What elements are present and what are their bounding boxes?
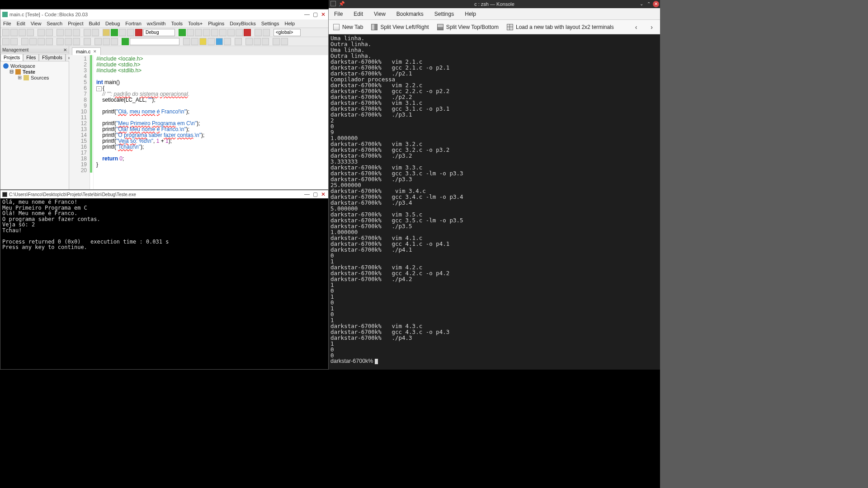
konsole-menu-bookmarks[interactable]: Bookmarks bbox=[396, 11, 424, 17]
save-button[interactable] bbox=[19, 29, 26, 36]
console-maximize-button[interactable]: ▢ bbox=[312, 191, 318, 197]
cut-button[interactable] bbox=[57, 29, 64, 36]
konsole-menu-help[interactable]: Help bbox=[465, 11, 476, 17]
step-instr-button[interactable] bbox=[227, 29, 235, 36]
replace-button[interactable] bbox=[92, 29, 99, 36]
debug-windows-button[interactable] bbox=[255, 29, 262, 36]
close-button[interactable]: ✕ bbox=[320, 11, 326, 18]
konsole-close-button[interactable]: ✕ bbox=[653, 1, 659, 7]
konsole-menu-settings[interactable]: Settings bbox=[434, 11, 454, 17]
search-input[interactable] bbox=[130, 38, 179, 45]
misc-button-1[interactable] bbox=[235, 38, 242, 45]
misc-button-6[interactable] bbox=[281, 38, 288, 45]
split-tb-button[interactable]: Split View Top/Bottom bbox=[437, 24, 499, 30]
run-button[interactable] bbox=[111, 29, 118, 36]
doxy-button-2[interactable] bbox=[65, 38, 72, 45]
menu-view[interactable]: View bbox=[31, 21, 42, 26]
code-content[interactable]: #include <locale.h>#include <stdio.h>#in… bbox=[94, 55, 328, 189]
hl-next-button[interactable] bbox=[191, 38, 198, 45]
panel-close-button[interactable]: ✕ bbox=[63, 47, 67, 52]
open-button[interactable] bbox=[10, 29, 18, 36]
rebuild-button[interactable] bbox=[127, 29, 134, 36]
next-line-button[interactable] bbox=[195, 29, 202, 36]
tree-folder-sources[interactable]: ⊞Sources bbox=[2, 75, 67, 80]
jump-fwd-button[interactable] bbox=[103, 38, 110, 45]
hl-prev-button[interactable] bbox=[183, 38, 190, 45]
console-titlebar[interactable]: C:\Users\Franco\Desktop\cb\Projeto\Teste… bbox=[0, 190, 328, 198]
minimize-button[interactable]: — bbox=[304, 11, 310, 18]
run-plugin-button[interactable] bbox=[122, 38, 129, 45]
misc-button-4[interactable] bbox=[262, 38, 269, 45]
hl-mark-button[interactable] bbox=[199, 38, 207, 45]
console-minimize-button[interactable]: — bbox=[304, 191, 310, 197]
menu-build[interactable]: Build bbox=[89, 21, 99, 26]
bookmark-clear-button[interactable] bbox=[46, 38, 53, 45]
jump-last-button[interactable] bbox=[111, 38, 118, 45]
misc-button-2[interactable] bbox=[245, 38, 253, 45]
bookmark-toggle-button[interactable] bbox=[21, 38, 28, 45]
maximize-button[interactable]: ▢ bbox=[312, 11, 318, 18]
menu-tools+[interactable]: Tools+ bbox=[188, 21, 203, 26]
menu-file[interactable]: File bbox=[3, 21, 11, 26]
tabbar-right-arrow[interactable]: › bbox=[648, 23, 656, 31]
console-output[interactable]: Olá, meu nome é Franco! Meu Primeiro Pro… bbox=[0, 198, 328, 251]
sidetab-fsymbols[interactable]: FSymbols bbox=[39, 54, 65, 61]
menu-edit[interactable]: Edit bbox=[17, 21, 25, 26]
terminal-output[interactable]: Uma linha. Outra linha. Uma linha. Outra… bbox=[329, 34, 660, 370]
konsole-menu-edit[interactable]: Edit bbox=[354, 11, 363, 17]
console-close-button[interactable]: ✕ bbox=[320, 191, 326, 197]
copy-button[interactable] bbox=[65, 29, 72, 36]
find-button[interactable] bbox=[84, 29, 91, 36]
project-tree[interactable]: Workspace ⊟Teste ⊞Sources bbox=[0, 61, 69, 82]
step-into-button[interactable] bbox=[203, 29, 210, 36]
sidetab-projects[interactable]: Projects bbox=[0, 54, 23, 61]
nav-fwd-button[interactable] bbox=[10, 38, 18, 45]
konsole-menu-view[interactable]: View bbox=[374, 11, 386, 17]
tree-workspace[interactable]: Workspace bbox=[2, 63, 67, 69]
editor-tab-close[interactable]: ✕ bbox=[93, 49, 97, 54]
build-target-dropdown[interactable]: Debug bbox=[143, 29, 175, 36]
tree-project[interactable]: ⊟Teste bbox=[2, 69, 67, 75]
save-all-button[interactable] bbox=[27, 29, 34, 36]
break-button[interactable] bbox=[236, 29, 243, 36]
hl-regex-button[interactable] bbox=[224, 38, 231, 45]
scope-dropdown[interactable]: <global> bbox=[274, 29, 301, 36]
new-tab-button[interactable]: New Tab bbox=[333, 24, 363, 30]
nav-back-button[interactable] bbox=[2, 38, 9, 45]
konsole-minimize-button[interactable]: ⌄ bbox=[638, 1, 645, 7]
codeblocks-titlebar[interactable]: main.c [Teste] - Code::Blocks 20.03 — ▢ … bbox=[0, 9, 328, 19]
debug-start-button[interactable] bbox=[179, 29, 186, 36]
doxy-button-1[interactable] bbox=[57, 38, 64, 45]
undo-button[interactable] bbox=[38, 29, 45, 36]
bookmark-prev-button[interactable] bbox=[29, 38, 37, 45]
build-run-button[interactable] bbox=[119, 29, 126, 36]
menu-tools[interactable]: Tools bbox=[171, 21, 183, 26]
konsole-titlebar[interactable]: 📌 c : zsh — Konsole ⌄ ⌃ ✕ bbox=[329, 0, 660, 8]
redo-button[interactable] bbox=[46, 29, 53, 36]
sidetab-files[interactable]: Files bbox=[23, 54, 39, 61]
menu-project[interactable]: Project bbox=[68, 21, 83, 26]
editor-tab-main[interactable]: main.c ✕ bbox=[72, 47, 101, 55]
menu-wxsmith[interactable]: wxSmith bbox=[147, 21, 166, 26]
info-button[interactable] bbox=[263, 29, 270, 36]
bookmark-next-button[interactable] bbox=[38, 38, 45, 45]
menu-settings[interactable]: Settings bbox=[261, 21, 279, 26]
misc-button-3[interactable] bbox=[254, 38, 261, 45]
hl-case-button[interactable] bbox=[208, 38, 215, 45]
pin-icon[interactable]: 📌 bbox=[339, 1, 345, 7]
abort-button[interactable] bbox=[135, 29, 142, 36]
stop-debug-button[interactable] bbox=[244, 29, 251, 36]
layout-2x2-button[interactable]: Load a new tab with layout 2x2 terminals bbox=[507, 24, 614, 30]
menu-fortran[interactable]: Fortran bbox=[125, 21, 141, 26]
konsole-maximize-button[interactable]: ⌃ bbox=[646, 1, 652, 7]
menu-search[interactable]: Search bbox=[47, 21, 62, 26]
menu-debug[interactable]: Debug bbox=[105, 21, 120, 26]
tabbar-left-arrow[interactable]: ‹ bbox=[632, 23, 640, 31]
split-lr-button[interactable]: Split View Left/Right bbox=[371, 24, 429, 30]
misc-button-5[interactable] bbox=[273, 38, 280, 45]
hl-word-button[interactable] bbox=[216, 38, 223, 45]
doxy-button-3[interactable] bbox=[73, 38, 80, 45]
select-tool-button[interactable] bbox=[84, 38, 91, 45]
new-file-button[interactable] bbox=[2, 29, 9, 36]
jump-back-button[interactable] bbox=[94, 38, 102, 45]
